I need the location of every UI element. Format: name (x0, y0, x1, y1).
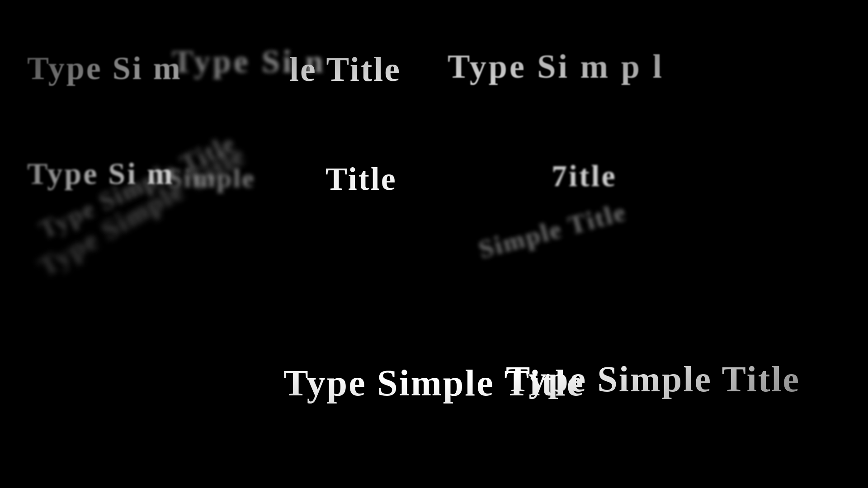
main-canvas: Type Si m Type Si n le Title Type Si m p… (0, 0, 868, 488)
title-instance-4: Type Si m p l (448, 47, 664, 86)
title-instance-9: Simple Title (475, 196, 629, 264)
title-instance-7: 7itle (552, 158, 617, 194)
title-instance-3: le Title (289, 50, 401, 89)
title-instance-main-right: Type Simple Title (506, 359, 800, 400)
title-instance-1: Type Si m (27, 50, 182, 87)
title-instance-6: Title (326, 160, 397, 198)
